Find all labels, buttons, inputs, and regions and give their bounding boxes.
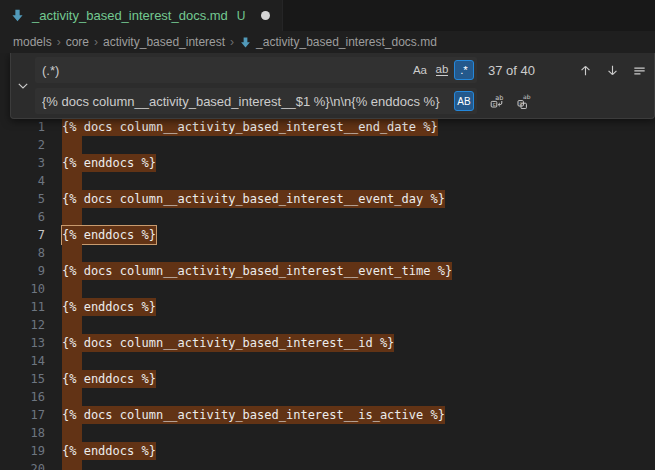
code-line[interactable]: 12 bbox=[0, 316, 655, 334]
find-match-empty-line bbox=[62, 136, 82, 154]
find-match-empty-line bbox=[62, 460, 82, 470]
tab-bar: _activity_based_interest_docs.md U bbox=[0, 0, 655, 31]
line-number[interactable]: 15 bbox=[0, 370, 45, 388]
breadcrumb-item-file[interactable]: _activity_based_interest_docs.md bbox=[239, 35, 437, 49]
code-line[interactable]: 19{% enddocs %} bbox=[0, 442, 655, 460]
line-content: {% docs column__activity_based_interest_… bbox=[45, 190, 445, 208]
line-content: {% enddocs %} bbox=[45, 370, 156, 388]
find-match-empty-line bbox=[62, 280, 82, 298]
line-number[interactable]: 3 bbox=[0, 154, 45, 172]
line-number[interactable]: 2 bbox=[0, 136, 45, 154]
breadcrumb-item-core[interactable]: core bbox=[66, 35, 89, 49]
find-match: {% enddocs %} bbox=[62, 298, 156, 316]
code-line[interactable]: 11{% enddocs %} bbox=[0, 298, 655, 316]
code-line[interactable]: 5{% docs column__activity_based_interest… bbox=[0, 190, 655, 208]
find-input-value[interactable]: (.*) bbox=[42, 63, 408, 78]
line-number[interactable]: 18 bbox=[0, 424, 45, 442]
code-line[interactable]: 15{% enddocs %} bbox=[0, 370, 655, 388]
replace-icon: ab c bbox=[489, 93, 505, 109]
line-number[interactable]: 12 bbox=[0, 316, 45, 334]
find-match: {% enddocs %} bbox=[62, 442, 156, 460]
chevron-down-icon bbox=[16, 79, 30, 93]
line-content: {% docs column__activity_based_interest_… bbox=[45, 334, 394, 352]
toggle-replace-button[interactable] bbox=[11, 57, 35, 114]
code-line[interactable]: 13{% docs column__activity_based_interes… bbox=[0, 334, 655, 352]
line-number[interactable]: 10 bbox=[0, 280, 45, 298]
line-content bbox=[45, 460, 82, 470]
breadcrumb-filename: _activity_based_interest_docs.md bbox=[256, 35, 437, 49]
code-line[interactable]: 8 bbox=[0, 244, 655, 262]
match-case-button[interactable]: Aa bbox=[410, 60, 430, 80]
line-content bbox=[45, 172, 82, 190]
find-match-empty-line bbox=[62, 352, 82, 370]
breadcrumb-item-activity-based-interest[interactable]: activity_based_interest bbox=[103, 35, 225, 49]
replace-all-button[interactable]: ab c bbox=[513, 90, 535, 112]
find-row: (.*) Aa ab .* 37 of 40 bbox=[35, 57, 655, 83]
line-number[interactable]: 19 bbox=[0, 442, 45, 460]
find-match: {% docs column__activity_based_interest_… bbox=[62, 262, 452, 280]
code-line[interactable]: 2 bbox=[0, 136, 655, 154]
find-input[interactable]: (.*) Aa ab .* bbox=[35, 57, 477, 83]
code-line[interactable]: 7{% enddocs %} bbox=[0, 226, 655, 244]
vscode-window: _activity_based_interest_docs.md U model… bbox=[0, 0, 655, 470]
line-number[interactable]: 17 bbox=[0, 406, 45, 424]
line-content: {% enddocs %} bbox=[45, 226, 156, 244]
line-content bbox=[45, 208, 82, 226]
breadcrumb-separator: › bbox=[57, 35, 61, 49]
code-line[interactable]: 18 bbox=[0, 424, 655, 442]
code-line[interactable]: 4 bbox=[0, 172, 655, 190]
line-number[interactable]: 4 bbox=[0, 172, 45, 190]
svg-text:c: c bbox=[519, 100, 522, 106]
line-number[interactable]: 9 bbox=[0, 262, 45, 280]
next-match-button[interactable] bbox=[601, 59, 623, 81]
line-number[interactable]: 5 bbox=[0, 190, 45, 208]
find-in-selection-button[interactable] bbox=[628, 59, 650, 81]
code-line[interactable]: 14 bbox=[0, 352, 655, 370]
code-line[interactable]: 16 bbox=[0, 388, 655, 406]
previous-match-button[interactable] bbox=[574, 59, 596, 81]
code-line[interactable]: 6 bbox=[0, 208, 655, 226]
breadcrumb-separator: › bbox=[230, 35, 234, 49]
find-match-empty-line bbox=[62, 208, 82, 226]
line-number[interactable]: 7 bbox=[0, 226, 45, 244]
whole-word-button[interactable]: ab bbox=[432, 60, 452, 80]
match-count: 37 of 40 bbox=[488, 63, 560, 78]
line-content: {% enddocs %} bbox=[45, 154, 156, 172]
line-number[interactable]: 20 bbox=[0, 460, 45, 470]
line-number[interactable]: 11 bbox=[0, 298, 45, 316]
code-line[interactable]: 17{% docs column__activity_based_interes… bbox=[0, 406, 655, 424]
line-number[interactable]: 13 bbox=[0, 334, 45, 352]
line-number[interactable]: 14 bbox=[0, 352, 45, 370]
unsaved-changes-dot[interactable] bbox=[261, 11, 270, 20]
line-number[interactable]: 1 bbox=[0, 118, 45, 136]
find-match: {% docs column__activity_based_interest_… bbox=[62, 334, 394, 352]
line-content bbox=[45, 244, 82, 262]
find-match: {% enddocs %} bbox=[62, 154, 156, 172]
replace-buttons: ab c ab bbox=[486, 90, 535, 112]
code-line[interactable]: 1{% docs column__activity_based_interest… bbox=[0, 118, 655, 136]
svg-text:c: c bbox=[493, 101, 496, 107]
line-content bbox=[45, 388, 82, 406]
find-match: {% enddocs %} bbox=[62, 370, 156, 388]
line-content: {% docs column__activity_based_interest_… bbox=[45, 406, 445, 424]
breadcrumb: models › core › activity_based_interest … bbox=[0, 31, 655, 53]
line-content bbox=[45, 136, 82, 154]
regex-button[interactable]: .* bbox=[454, 60, 474, 80]
replace-input-value[interactable]: {% docs column__activity_based_interest_… bbox=[42, 94, 452, 109]
code-line[interactable]: 9{% docs column__activity_based_interest… bbox=[0, 262, 655, 280]
line-number[interactable]: 6 bbox=[0, 208, 45, 226]
replace-one-button[interactable]: ab c bbox=[486, 90, 508, 112]
line-content: {% docs column__activity_based_interest_… bbox=[45, 118, 438, 136]
code-line[interactable]: 10 bbox=[0, 280, 655, 298]
line-number[interactable]: 16 bbox=[0, 388, 45, 406]
code-line[interactable]: 20 bbox=[0, 460, 655, 470]
line-number[interactable]: 8 bbox=[0, 244, 45, 262]
preserve-case-button[interactable]: AB bbox=[454, 91, 474, 111]
editor: (.*) Aa ab .* 37 of 40 bbox=[0, 53, 655, 470]
breadcrumb-item-models[interactable]: models bbox=[13, 35, 52, 49]
find-match-current: {% enddocs %} bbox=[62, 226, 156, 244]
replace-input[interactable]: {% docs column__activity_based_interest_… bbox=[35, 88, 477, 114]
find-match-empty-line bbox=[62, 172, 82, 190]
code-line[interactable]: 3{% enddocs %} bbox=[0, 154, 655, 172]
tab-active-file[interactable]: _activity_based_interest_docs.md U bbox=[0, 0, 283, 31]
